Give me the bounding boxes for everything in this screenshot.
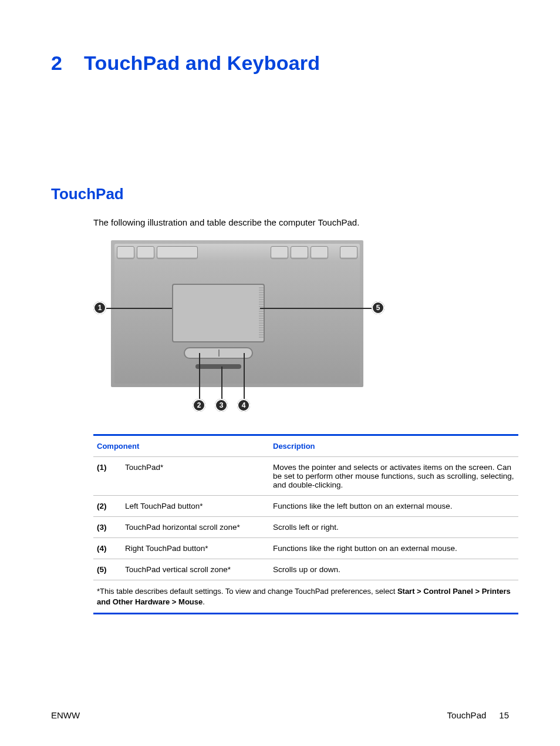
row-description: Functions like the left button on an ext… (273, 502, 515, 510)
row-num: (5) (97, 565, 125, 574)
touchpad-horizontal-scrollzone (195, 364, 241, 369)
footer-left: ENWW (51, 710, 80, 720)
callout-line (106, 308, 172, 309)
footnote-pre: *This table describes default settings. … (97, 587, 397, 596)
row-component: Left TouchPad button* (125, 502, 273, 510)
row-description: Scrolls up or down. (273, 565, 515, 574)
callout-bubble-4: 4 (237, 399, 250, 412)
callout-bubble-5: 5 (372, 301, 384, 314)
key-icon (117, 246, 134, 259)
table-row: (1) TouchPad* Moves the pointer and sele… (93, 457, 518, 496)
table-footnote: *This table describes default settings. … (93, 580, 518, 613)
touchpad-vertical-scrollzone (259, 287, 264, 339)
callout-bubble-2: 2 (193, 399, 205, 412)
row-description: Moves the pointer and selects or activat… (273, 463, 515, 489)
table-row: (5) TouchPad vertical scroll zone* Scrol… (93, 559, 518, 580)
table-header-description: Description (273, 442, 515, 451)
touchpad-buttons (184, 347, 253, 359)
key-icon (311, 246, 328, 259)
footnote-post: . (203, 597, 205, 606)
keyboard-row (114, 244, 360, 261)
callout-bubble-1: 1 (93, 301, 106, 314)
chapter-number: 2 (51, 52, 84, 75)
row-description: Functions like the right button on an ex… (273, 544, 515, 553)
intro-paragraph: The following illustration and table des… (93, 217, 509, 227)
callout-bubble-3: 3 (215, 399, 228, 412)
table-header-row: Component Description (93, 436, 518, 457)
row-num: (2) (97, 502, 125, 510)
table-header-component: Component (97, 442, 273, 451)
footer-page-number: 15 (499, 710, 509, 720)
row-component: TouchPad horizontal scroll zone* (125, 523, 273, 532)
row-description: Scrolls left or right. (273, 523, 515, 532)
touchpad-illustration: 1 5 2 3 4 (93, 240, 386, 416)
key-icon (137, 246, 154, 259)
document-page: 2TouchPad and Keyboard TouchPad The foll… (0, 0, 560, 746)
row-component: Right TouchPad button* (125, 544, 273, 553)
callout-line (260, 308, 372, 309)
row-num: (1) (97, 463, 125, 489)
chapter-title: 2TouchPad and Keyboard (51, 52, 509, 75)
table-row: (3) TouchPad horizontal scroll zone* Scr… (93, 517, 518, 538)
key-icon (340, 246, 357, 259)
row-component: TouchPad* (125, 463, 273, 489)
key-icon (291, 246, 308, 259)
table-bottom-rule (93, 613, 518, 614)
footer-section: TouchPad (447, 710, 487, 720)
row-num: (4) (97, 544, 125, 553)
key-icon (271, 246, 288, 259)
callout-line (244, 353, 245, 399)
callout-line (199, 353, 200, 399)
laptop-photo (111, 240, 363, 387)
key-icon (157, 246, 198, 259)
row-num: (3) (97, 523, 125, 532)
table-row: (4) Right TouchPad button* Functions lik… (93, 538, 518, 559)
section-title: TouchPad (51, 185, 509, 203)
palmrest (114, 261, 360, 384)
row-component: TouchPad vertical scroll zone* (125, 565, 273, 574)
touchpad-surface (172, 284, 265, 342)
callout-line (221, 367, 222, 399)
table-row: (2) Left TouchPad button* Functions like… (93, 496, 518, 517)
component-table: Component Description (1) TouchPad* Move… (93, 434, 518, 614)
chapter-title-text: TouchPad and Keyboard (84, 52, 320, 74)
page-footer: ENWW TouchPad 15 (51, 710, 509, 720)
